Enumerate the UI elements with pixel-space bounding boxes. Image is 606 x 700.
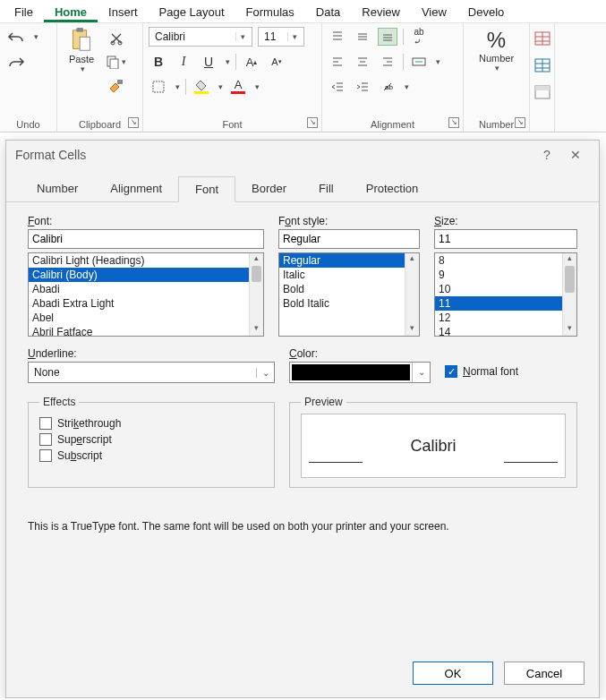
scroll-up-icon[interactable]: ▴ <box>405 253 419 266</box>
list-item[interactable]: Abril Fatface <box>29 325 263 337</box>
scrollbar-thumb[interactable] <box>252 266 261 282</box>
number-dialog-launcher-icon[interactable]: ↘ <box>515 117 525 128</box>
tab-fill[interactable]: Fill <box>303 176 350 201</box>
font-style-input[interactable] <box>278 229 420 249</box>
superscript-checkbox[interactable]: Superscript <box>39 433 263 446</box>
align-middle-button[interactable] <box>353 28 372 46</box>
list-item[interactable]: 14 <box>435 325 576 337</box>
align-bottom-button[interactable] <box>378 28 397 46</box>
chevron-down-icon[interactable]: ⌄ <box>256 368 274 378</box>
list-item[interactable]: Regular <box>279 253 419 268</box>
cut-button[interactable] <box>104 29 128 48</box>
list-item[interactable]: 12 <box>435 311 576 325</box>
number-format-button[interactable]: % Number ▾ <box>470 27 524 73</box>
strikethrough-checkbox[interactable]: Strikethrough <box>39 417 263 430</box>
chevron-down-icon[interactable]: ▾ <box>235 32 250 41</box>
underline-dropdown-icon[interactable]: ▾ <box>226 57 230 66</box>
undo-dropdown-icon[interactable]: ▾ <box>34 32 38 41</box>
tab-number[interactable]: Number <box>21 176 94 201</box>
list-item[interactable]: 8 <box>435 253 576 268</box>
menu-view[interactable]: View <box>411 2 457 22</box>
copy-button[interactable]: ▾ <box>104 52 128 72</box>
menu-formulas[interactable]: Formulas <box>235 2 305 22</box>
font-size-combo[interactable]: 11 ▾ <box>258 27 304 47</box>
scroll-up-icon[interactable]: ▴ <box>250 253 263 266</box>
dialog-help-button[interactable]: ? <box>533 148 561 162</box>
tab-alignment[interactable]: Alignment <box>94 176 178 201</box>
decrease-indent-button[interactable] <box>328 77 347 97</box>
list-item[interactable]: Abel <box>29 311 263 325</box>
font-color-dropdown-icon[interactable]: ▾ <box>255 82 260 91</box>
fill-color-button[interactable] <box>192 77 211 97</box>
conditional-format-icon[interactable] <box>533 29 552 48</box>
scroll-up-icon[interactable]: ▴ <box>563 253 576 266</box>
scrollbar-thumb[interactable] <box>565 266 575 293</box>
align-left-button[interactable] <box>328 53 347 71</box>
cancel-button[interactable]: Cancel <box>504 662 585 685</box>
list-item[interactable]: 11 <box>435 296 576 311</box>
chevron-down-icon[interactable]: ▾ <box>287 32 302 41</box>
orientation-button[interactable]: ab <box>378 77 397 97</box>
menu-insert[interactable]: Insert <box>98 2 149 22</box>
normal-font-checkbox[interactable]: ✓ Normal font <box>445 365 518 378</box>
font-listbox[interactable]: Calibri Light (Headings) Calibri (Body) … <box>28 252 264 337</box>
ok-button[interactable]: OK <box>413 662 493 685</box>
merge-dropdown-icon[interactable]: ▾ <box>436 57 440 66</box>
align-right-button[interactable] <box>378 53 397 71</box>
orientation-dropdown-icon[interactable]: ▾ <box>405 82 409 91</box>
font-dialog-launcher-icon[interactable]: ↘ <box>307 117 318 128</box>
undo-button[interactable] <box>5 27 27 47</box>
menu-home[interactable]: Home <box>44 2 98 22</box>
format-table-icon[interactable] <box>533 55 552 75</box>
tab-protection[interactable]: Protection <box>350 176 435 201</box>
chevron-down-icon[interactable]: ⌄ <box>412 363 430 382</box>
scrollbar[interactable]: ▴ ▾ <box>562 253 576 336</box>
merge-center-button[interactable] <box>409 52 429 72</box>
scroll-down-icon[interactable]: ▾ <box>563 323 576 336</box>
clipboard-dialog-launcher-icon[interactable]: ↘ <box>128 117 139 128</box>
underline-select[interactable]: None ⌄ <box>28 362 275 383</box>
scroll-down-icon[interactable]: ▾ <box>250 323 263 336</box>
alignment-dialog-launcher-icon[interactable]: ↘ <box>448 117 459 128</box>
paste-dropdown-icon[interactable]: ▾ <box>81 64 85 73</box>
scroll-down-icon[interactable]: ▾ <box>405 323 419 336</box>
list-item[interactable]: Italic <box>279 268 419 282</box>
font-style-listbox[interactable]: Regular Italic Bold Bold Italic ▴ ▾ <box>278 252 420 337</box>
paste-button[interactable]: Paste ▾ <box>63 27 100 73</box>
font-name-combo[interactable]: Calibri ▾ <box>149 27 252 47</box>
list-item[interactable]: 10 <box>435 282 576 296</box>
font-size-input[interactable] <box>434 229 577 249</box>
font-color-button[interactable]: A <box>228 77 248 97</box>
scrollbar[interactable]: ▴ ▾ <box>249 253 263 336</box>
italic-button[interactable]: I <box>174 52 193 72</box>
align-center-button[interactable] <box>353 53 372 71</box>
increase-indent-button[interactable] <box>353 77 372 97</box>
borders-button[interactable] <box>149 77 168 97</box>
decrease-font-button[interactable]: A▾ <box>267 52 286 72</box>
scrollbar[interactable]: ▴ ▾ <box>405 253 419 336</box>
list-item[interactable]: Calibri (Body) <box>29 268 263 282</box>
number-dropdown-icon[interactable]: ▾ <box>495 64 499 73</box>
dialog-close-button[interactable]: ✕ <box>561 148 590 162</box>
list-item[interactable]: Bold Italic <box>279 296 419 311</box>
wrap-text-button[interactable]: ab⤶ <box>409 27 429 47</box>
list-item[interactable]: Abadi Extra Light <box>29 296 263 311</box>
font-name-input[interactable] <box>28 229 264 249</box>
menu-data[interactable]: Data <box>305 2 351 22</box>
cell-styles-icon[interactable] <box>533 82 552 102</box>
bold-button[interactable]: B <box>149 52 168 72</box>
borders-dropdown-icon[interactable]: ▾ <box>175 82 180 91</box>
redo-button[interactable] <box>5 52 27 72</box>
font-size-listbox[interactable]: 8 9 10 11 12 14 ▴ ▾ <box>434 252 577 337</box>
copy-dropdown-icon[interactable]: ▾ <box>122 57 126 66</box>
align-top-button[interactable] <box>328 28 347 46</box>
format-painter-button[interactable] <box>104 75 128 95</box>
color-select[interactable]: ⌄ <box>289 362 431 383</box>
list-item[interactable]: Abadi <box>29 282 263 296</box>
list-item[interactable]: 9 <box>435 268 576 282</box>
tab-border[interactable]: Border <box>235 176 303 201</box>
tab-font[interactable]: Font <box>178 176 235 202</box>
menu-review[interactable]: Review <box>351 2 411 22</box>
list-item[interactable]: Bold <box>279 282 419 296</box>
list-item[interactable]: Calibri Light (Headings) <box>29 253 263 268</box>
